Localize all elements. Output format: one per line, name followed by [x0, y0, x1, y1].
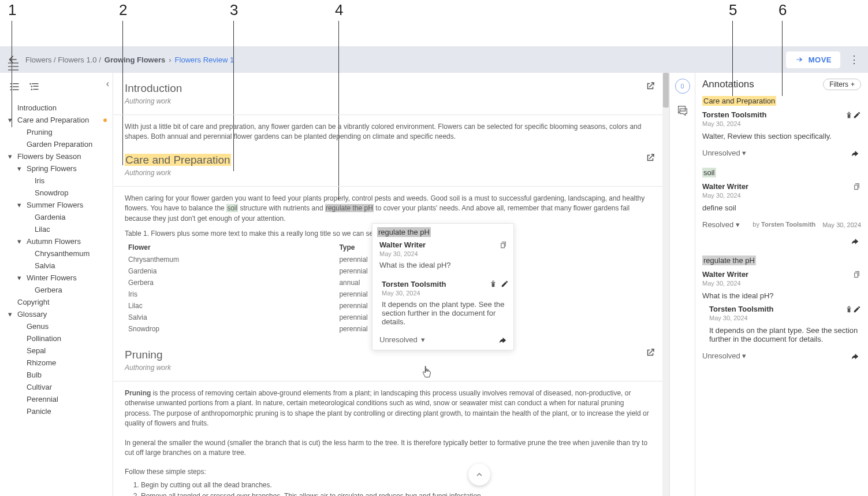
chevron-down-icon[interactable]: ▾	[421, 335, 425, 344]
nav-item[interactable]: Chrysanthemum	[2, 247, 110, 260]
nav-item[interactable]: Iris	[2, 175, 110, 187]
list-item: Remove all tangled or crossed over branc…	[141, 491, 651, 496]
structure-view-icon[interactable]	[29, 82, 39, 91]
section-care: Care and Preparation Authoring work	[113, 145, 662, 187]
pruning-steps: Follow these simple steps: Begin by cutt…	[113, 460, 662, 496]
nav-item[interactable]: Pruning	[2, 126, 110, 138]
nav-item[interactable]: Cultivar	[2, 381, 110, 393]
nav-item[interactable]: Sepal	[2, 345, 110, 357]
breadcrumb: Flowers / Flowers 1.0 / Growing Flowers …	[25, 55, 234, 64]
edit-icon[interactable]	[853, 111, 861, 119]
annotation-message: What is the ideal pH?	[702, 291, 861, 300]
delete-icon[interactable]	[845, 305, 853, 313]
collapse-sidebar-icon[interactable]: ‹	[106, 79, 109, 89]
annotation-message: define soil	[702, 203, 861, 212]
annotation-date: May 30, 2024	[702, 192, 861, 199]
section-subtitle: Authoring work	[125, 97, 651, 105]
nav-item[interactable]: ▾Winter Flowers	[2, 272, 110, 284]
highlight-soil[interactable]: soil	[226, 204, 238, 212]
popover-date: May 30, 2024	[379, 250, 499, 257]
breadcrumb-parent[interactable]: Growing Flowers	[105, 55, 165, 64]
reply-icon[interactable]	[851, 237, 861, 245]
open-section-icon[interactable]	[645, 153, 655, 163]
section-subtitle: Authoring work	[125, 364, 651, 372]
nav-item[interactable]: ▾Autumn Flowers	[2, 235, 110, 247]
cursor-pointer-icon	[420, 365, 433, 380]
reply-icon[interactable]	[851, 352, 861, 360]
callout-6: 6	[778, 1, 787, 19]
nav-item[interactable]: Copyright	[2, 296, 110, 308]
move-label: MOVE	[809, 55, 832, 64]
section-subtitle: Authoring work	[125, 169, 651, 177]
callout-5: 5	[729, 1, 737, 19]
nav-item[interactable]: Bulb	[2, 369, 110, 381]
nav-item[interactable]: Lilac	[2, 223, 110, 235]
list-item: Begin by cutting out all the dead branch…	[141, 480, 651, 491]
nav-item[interactable]: Garden Preparation	[2, 138, 110, 150]
nav-item[interactable]: Panicle	[2, 405, 110, 417]
popover-author: Walter Writer	[379, 240, 499, 249]
nav-item[interactable]: Pollination	[2, 332, 110, 345]
callout-3: 3	[230, 1, 238, 19]
nav-item[interactable]: ▾Spring Flowers	[2, 162, 110, 175]
breadcrumb-root[interactable]: Flowers / Flowers 1.0 /	[25, 55, 101, 64]
annotation-status-dropdown[interactable]: Unresolved ▾	[702, 149, 746, 157]
more-menu-icon[interactable]: ⋮	[847, 53, 861, 66]
copy-icon[interactable]	[499, 240, 508, 249]
scrollbar-thumb[interactable]	[663, 73, 669, 108]
open-section-icon[interactable]	[645, 81, 655, 91]
annotation-status-dropdown[interactable]: Resolved ▾	[702, 220, 740, 229]
reply-icon[interactable]	[498, 336, 509, 344]
nav-item[interactable]: ▾Flowers by Season	[2, 150, 110, 162]
annotation-status-dropdown[interactable]: Unresolved ▾	[702, 351, 746, 360]
scroll-to-top-fab[interactable]	[468, 464, 490, 486]
callout-ruler: 1 2 3 4 5 6	[0, 0, 868, 46]
copy-icon[interactable]	[852, 182, 861, 191]
care-paragraph: When caring for your flower garden you w…	[113, 187, 662, 226]
popover-reply-msg: It depends on the plant type. See the se…	[382, 300, 509, 326]
rail-badge-icon[interactable]: 0	[675, 79, 690, 94]
reply-icon[interactable]	[851, 149, 861, 157]
change-indicator-dot	[103, 119, 107, 122]
move-button[interactable]: MOVE	[786, 51, 840, 68]
hamburger-icon[interactable]	[8, 62, 18, 71]
annotation-card[interactable]: regulate the pHWalter WriterMay 30, 2024…	[702, 256, 861, 360]
nav-item[interactable]: Gerbera	[2, 284, 110, 296]
callout-2: 2	[119, 1, 127, 19]
annotation-snippet: Care and Preparation	[702, 96, 776, 106]
highlight-ph[interactable]: regulate the pH	[325, 204, 374, 212]
nav-item[interactable]: Perennial	[2, 393, 110, 405]
nav-item[interactable]: Snowdrop	[2, 187, 110, 199]
edit-icon[interactable]	[853, 305, 861, 313]
outline-view-icon[interactable]	[9, 82, 20, 91]
annotations-panel: Annotations Filters + Care and Preparati…	[695, 73, 868, 496]
table-header: Flower	[125, 241, 336, 254]
open-section-icon[interactable]	[645, 347, 655, 358]
popover-question: What is the ideal pH?	[379, 261, 508, 269]
nav-item[interactable]: Salvia	[2, 260, 110, 272]
nav-item[interactable]: Genus	[2, 320, 110, 332]
annotation-author: Torsten Toolsmith	[702, 110, 845, 119]
plus-icon: +	[851, 80, 855, 88]
nav-item[interactable]: ▾Glossary	[2, 308, 110, 320]
delete-icon[interactable]	[845, 111, 853, 119]
annotation-card[interactable]: Care and PreparationTorsten Toolsmith Ma…	[702, 96, 861, 157]
nav-item[interactable]: Rhizome	[2, 357, 110, 369]
right-rail: 0	[669, 73, 695, 496]
popover-reply-date: May 30, 2024	[382, 290, 486, 297]
delete-icon[interactable]	[489, 280, 497, 288]
section-title: Introduction	[125, 82, 651, 95]
popover-reply-author: Torsten Toolsmith	[382, 280, 486, 288]
comments-icon[interactable]	[676, 104, 689, 117]
filters-button[interactable]: Filters +	[823, 79, 861, 90]
popover-snippet: regulate the pH	[377, 227, 431, 237]
nav-item[interactable]: Gardenia	[2, 211, 110, 223]
nav-item[interactable]: ▾Summer Flowers	[2, 199, 110, 211]
popover-status-dropdown[interactable]: Unresolved	[379, 335, 418, 344]
edit-icon[interactable]	[501, 280, 509, 288]
nav-item[interactable]: ▾Care and Preparation	[2, 114, 110, 126]
scrollbar[interactable]	[662, 73, 669, 496]
nav-item[interactable]: Introduction	[2, 102, 110, 114]
copy-icon[interactable]	[852, 270, 861, 279]
annotation-card[interactable]: soilWalter WriterMay 30, 2024define soil…	[702, 168, 861, 245]
